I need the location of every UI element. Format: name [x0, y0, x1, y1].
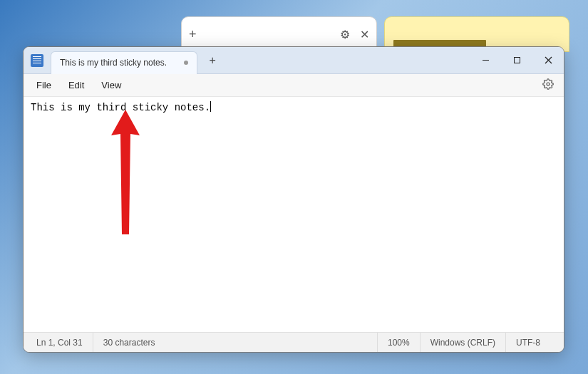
statusbar: Ln 1, Col 31 30 characters 100% Windows …: [24, 332, 564, 352]
svg-rect-1: [514, 58, 520, 63]
status-position: Ln 1, Col 31: [24, 333, 93, 352]
text-caret: [210, 101, 211, 112]
menubar: File Edit View: [24, 74, 564, 97]
settings-button[interactable]: [538, 76, 558, 95]
maximize-button[interactable]: [501, 47, 532, 73]
notepad-window: This is my third sticky notes. + File Ed…: [23, 46, 564, 353]
menu-file[interactable]: File: [29, 77, 58, 93]
menu-edit[interactable]: Edit: [61, 77, 91, 93]
titlebar[interactable]: This is my third sticky notes. +: [24, 47, 564, 74]
status-encoding[interactable]: UTF-8: [505, 333, 564, 352]
notepad-app-icon: [31, 54, 43, 67]
status-zoom[interactable]: 100%: [377, 333, 420, 352]
gear-icon[interactable]: ⚙: [340, 28, 350, 41]
document-text: This is my third sticky notes.: [31, 102, 210, 113]
close-button[interactable]: [532, 47, 564, 73]
plus-icon[interactable]: +: [189, 27, 197, 42]
status-char-count: 30 characters: [93, 333, 165, 352]
menu-view[interactable]: View: [94, 77, 128, 93]
svg-point-4: [547, 83, 550, 85]
close-icon[interactable]: ✕: [360, 28, 369, 41]
unsaved-indicator-icon: [184, 61, 188, 65]
new-tab-button[interactable]: +: [202, 50, 223, 71]
document-tab[interactable]: This is my third sticky notes.: [51, 51, 197, 74]
minimize-button[interactable]: [470, 47, 501, 73]
status-line-endings[interactable]: Windows (CRLF): [420, 333, 505, 352]
tab-title: This is my third sticky notes.: [60, 58, 167, 68]
text-editor-area[interactable]: This is my third sticky notes.: [24, 97, 564, 332]
